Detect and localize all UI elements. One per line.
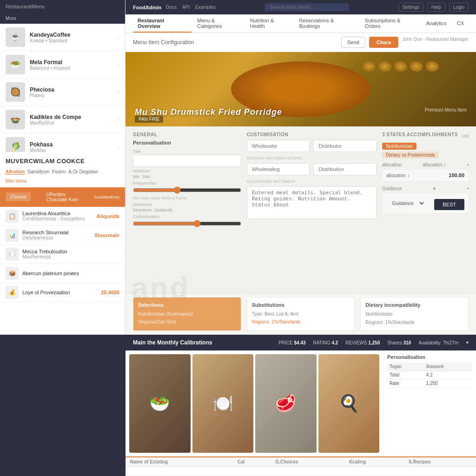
nav-item-menu[interactable]: Menu & Categories [192,14,244,33]
topbar-login-button[interactable]: Login [449,3,469,12]
list-item-sub: MaxParnessa [22,254,119,259]
price-label: PRICE [278,340,293,345]
sub-section-allocation: allocation allocation ↕ • allocation ↕ 1… [382,162,469,181]
sidebar-footer-text1: UPenties [46,192,79,197]
topbar-link-docs[interactable]: Docs [166,5,177,10]
nav-item-nutrition[interactable]: Nutrition & Health [245,14,294,33]
allocation-sub: allocation ↕ [386,173,410,178]
lower-stat-serves: Shares 310 [387,340,411,345]
distributor-input[interactable] [313,140,377,152]
top-bar-right: Settings Help Login [398,3,469,12]
rating-value: 4.2 [331,340,338,345]
food-emoji: 🥗 [6,55,25,74]
list-item-price: Aliqueida [96,213,119,219]
best-button[interactable]: BEST [434,199,464,210]
sidebar-list-item[interactable]: 📋 Laurentina Alouettica Condif/parnessa … [0,207,125,226]
topbar-settings-button[interactable]: Settings [398,3,423,12]
sidebar-tab-2[interactable]: Foorm [52,169,66,175]
sidebar-item[interactable]: 🍲 Kadikles de Compe MaxRaShot › [0,106,125,133]
customisation-slider[interactable] [133,220,241,227]
food-emoji: 🥘 [6,82,25,102]
sidebar-list-item[interactable]: 📊 Research Stournalal Daily/parnessa Sto… [0,226,125,245]
nav-item-analytics[interactable]: Analytics [422,14,451,33]
form-field-label: Minimum [133,169,241,173]
sidebar-footer-choose-button[interactable]: Choose [6,192,31,201]
topbar-link-api[interactable]: API [182,5,190,10]
sidebar-list-item[interactable]: 💰 Loye ol Provezaation 25,4600 [0,283,125,302]
nav-item-overview[interactable]: Restaurant Overview [133,14,192,33]
sidebar-footer-extra: AssistantKory [94,195,119,199]
list-item-name: Loye ol Provezaation [22,290,101,295]
sidebar-header: Restaurant/Menu [0,0,125,13]
lower-stats: PRICE $4.43 RATING 4.2 REVIEWS 1,250 Sha… [278,338,469,347]
nav-item-reservations[interactable]: Reservations & Bookings [294,14,359,33]
title-input[interactable] [133,155,241,167]
sidebar-item-thumbnail: 🍲 [6,110,25,129]
nav-item-cx[interactable]: CX [452,14,469,33]
chara-button[interactable]: Chara [369,37,398,48]
send-button[interactable]: Send [341,37,365,48]
table-cell-gchoices [271,467,344,476]
rating-label: RATING [313,340,331,345]
sidebar-item[interactable]: 🥘 Pheciosa Platero › [0,79,125,106]
topbar-link-examples[interactable]: Examples [195,5,216,10]
allocation-value: 100.00 [449,172,464,178]
food-image-3: 🥩 [255,354,317,453]
wholesaling-input[interactable] [247,163,310,175]
description-textarea[interactable] [247,186,377,219]
frequency-slider[interactable] [133,186,241,194]
tag-dietary[interactable]: Dietary vs Protein/meds [382,152,439,159]
nav-bar: Restaurant Overview Menu & Categories Nu… [126,14,476,33]
sidebar-list: 📋 Laurentina Alouettica Condif/parnessa … [0,207,125,335]
card-link-substitutions[interactable]: Regions: 1%/Standards [252,319,350,324]
search-input[interactable] [265,3,349,11]
top-bar-links: Docs API Examples [166,5,216,10]
sidebar-item-info: Kadikles de Compe MaxRaShot [30,114,118,126]
guidance-select[interactable]: Guidance [386,198,425,209]
lower-stat-rating: RATING 4.2 [313,340,338,345]
food-image-4: 🍳 [318,354,380,453]
distribution-input[interactable] [313,163,377,175]
table-row: Total 4.2 [387,371,472,379]
wholesaler-input[interactable] [247,140,310,152]
allocation-header: allocation allocation ↕ • [382,162,469,167]
sidebar-section-title: MUVERCWILAM COOKCE [0,152,125,167]
lower-stat-reviews: REVIEWS 1,250 [345,340,380,345]
list-item-info: Loye ol Provezaation [22,290,101,295]
sidebar-tab-3[interactable]: A.Or Degotion [68,169,98,175]
sidebar-filter-link[interactable]: filter items [0,178,125,187]
sidebar-item[interactable]: ☕ KandeyaCoffee Kondal • Standard › [0,24,125,51]
table-header-cal: Cal [233,457,271,467]
sidebar-tab-0[interactable]: Allrotion [6,169,25,175]
guidance-spacer: • [467,186,469,191]
tag-nutritionistas[interactable]: Nutritionistas [382,143,416,150]
topbar-help-button[interactable]: Help [427,3,445,12]
sidebar-item-thumbnail: ☕ [6,27,25,47]
list-item-sub: Condif/parnessa - Gourgetonn [22,216,96,221]
sidebar-item-info: Pokhasa MinMax [30,141,118,152]
food-emoji: 🍲 [6,110,25,129]
form-field-label: Customisation [133,214,241,219]
chevron-right-icon: › [118,144,119,150]
form-col-states: 3 States Accomplishments 109 Nutritionis… [382,132,469,287]
form-row-wholesaler [247,140,377,152]
form-field-label: Directions [133,202,241,207]
form-group-title: Title Minimum Min Max Frequencies Min ma… [133,149,241,229]
card-link-selections[interactable]: Regions/Diet Hints [138,319,236,324]
nav-item-subscriptions[interactable]: Subscriptions & Orders [360,14,421,33]
table-cell-kcal [344,467,404,476]
sidebar-tabs: Allrotion Samidyom Foorm A.Or Degotion [0,167,125,178]
table-row: Rate 1,250 [387,379,472,388]
table-cell: Rate [387,379,424,388]
sidebar-nav-top: More [0,13,125,24]
sidebar-list-item[interactable]: 🍽️ Mecca Trebuloudon MaxParnessa [0,245,125,264]
sidebar-item[interactable]: 🥗 Mela Formal Balanced • Inspired › [0,51,125,79]
bottom-card-selections: Selections Nutritionistas (Summaries) Re… [133,297,241,331]
sidebar-item-info: KandeyaCoffee Kondal • Standard [30,32,118,43]
sidebar-tab-1[interactable]: Samidyom [27,169,49,175]
lower-header-info: Main the Monthly Calibrations [133,339,212,346]
sidebar-item[interactable]: 🥬 Pokhasa MinMax › [0,133,125,152]
list-item-icon: 📊 [6,229,19,242]
sidebar-list-item[interactable]: 📦 Abercun platinum pirates [0,264,125,283]
card-content-dietary: Nutritionistas [365,311,463,317]
